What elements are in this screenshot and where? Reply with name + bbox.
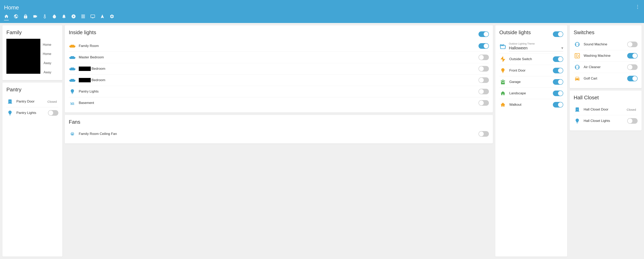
- bedroom2-toggle[interactable]: [478, 77, 489, 83]
- hall-closet-lights-toggle[interactable]: [627, 118, 638, 124]
- settings-nav-icon[interactable]: [110, 14, 114, 19]
- golf-cart-icon: [574, 75, 581, 82]
- sound-machine-toggle[interactable]: [627, 42, 638, 47]
- walkout-name: Walkout: [509, 103, 553, 107]
- family-room-name: Family Room: [79, 44, 478, 48]
- theme-label: Outdoor Lighting Theme: [509, 42, 563, 45]
- golf-cart-toggle[interactable]: [627, 76, 638, 81]
- svg-marker-12: [500, 56, 505, 62]
- basement-toggle[interactable]: [478, 100, 489, 106]
- family-card: Family Home Home Away Away: [2, 26, 62, 80]
- hall-closet-title: Hall Closet: [574, 94, 638, 101]
- theme-icon: [499, 43, 506, 50]
- ceiling-fan-toggle[interactable]: [478, 131, 489, 137]
- hall-closet-door-name: Hall Closet Door: [584, 108, 626, 112]
- outside-switch-toggle[interactable]: [553, 56, 563, 62]
- air-cleaner-icon: [574, 64, 581, 71]
- pantry-lights-inside-row: Pantry Lights: [69, 86, 489, 97]
- bedroom2-label: Bedroom: [92, 78, 105, 82]
- air-cleaner-name: Air Cleaner: [584, 65, 627, 69]
- menu-button[interactable]: ⋮: [635, 4, 640, 10]
- pantry-lights-inside-toggle[interactable]: [478, 89, 489, 94]
- camera-nav-icon[interactable]: [33, 14, 38, 19]
- walkout-icon: [499, 101, 506, 108]
- front-door-icon: [499, 67, 506, 74]
- pantry-lights-inside-name: Pantry Lights: [79, 90, 478, 94]
- master-bedroom-toggle[interactable]: [478, 54, 489, 60]
- globe-nav-icon[interactable]: [14, 14, 18, 19]
- nav-bar: [4, 14, 640, 19]
- master-bedroom-icon: [69, 54, 76, 61]
- basement-icon: [69, 99, 76, 106]
- walkout-toggle[interactable]: [553, 102, 563, 108]
- home-nav-icon[interactable]: [4, 14, 9, 19]
- svg-rect-10: [70, 80, 75, 82]
- theme-select-row[interactable]: Halloween ▾: [509, 46, 563, 51]
- family-mode-3: Away: [43, 61, 51, 65]
- ceiling-fan-name: Family Room Ceiling Fan: [79, 132, 478, 136]
- energy-nav-icon[interactable]: [100, 14, 105, 19]
- inside-lights-header: Inside lights: [69, 30, 489, 39]
- middle-column: Inside lights Family Room Master Bedroom: [65, 26, 493, 256]
- pantry-lights-toggle[interactable]: [48, 110, 58, 116]
- play-nav-icon[interactable]: [71, 14, 76, 19]
- lock-nav-icon[interactable]: [23, 14, 28, 19]
- main-content: Family Home Home Away Away Pantry Pantry…: [0, 23, 644, 259]
- master-bedroom-row: Master Bedroom: [69, 52, 489, 63]
- bedroom2-redact: [79, 78, 91, 82]
- bedroom1-toggle[interactable]: [478, 66, 489, 72]
- sound-machine-icon: [574, 41, 581, 48]
- front-door-row: Front Door: [499, 65, 563, 76]
- bedroom2-row: Bedroom: [69, 74, 489, 86]
- washing-machine-icon: [574, 52, 581, 59]
- air-cleaner-toggle[interactable]: [627, 64, 638, 70]
- right-column: Switches Sound Machine Washing Machine: [570, 26, 642, 256]
- inside-lights-master-toggle[interactable]: [478, 32, 489, 37]
- svg-point-16: [576, 54, 576, 54]
- family-modes: Home Home Away Away: [43, 39, 51, 76]
- outside-switch-icon: [499, 56, 506, 63]
- front-door-name: Front Door: [509, 68, 553, 72]
- tv-nav-icon[interactable]: [90, 14, 95, 19]
- chevron-down-icon: ▾: [561, 46, 563, 50]
- washing-machine-toggle[interactable]: [627, 53, 638, 58]
- family-room-toggle[interactable]: [478, 43, 489, 49]
- svg-rect-7: [70, 69, 75, 70]
- landscape-toggle[interactable]: [553, 90, 563, 96]
- pantry-door-row: Pantry Door Closed: [6, 96, 58, 107]
- page-title: Home: [4, 4, 640, 11]
- hall-closet-card: Hall Closet Hall Closet Door Closed Hall…: [570, 90, 642, 130]
- outside-lights-master-toggle[interactable]: [553, 32, 563, 37]
- thermometer-nav-icon[interactable]: [42, 14, 47, 19]
- bedroom1-row: Bedroom: [69, 63, 489, 74]
- left-column: Family Home Home Away Away Pantry Pantry…: [2, 26, 62, 256]
- landscape-row: Landscape: [499, 88, 563, 99]
- washing-machine-row: Washing Machine: [574, 50, 638, 62]
- droplet-nav-icon[interactable]: [52, 14, 57, 19]
- hall-closet-door-row: Hall Closet Door Closed: [574, 104, 638, 115]
- pantry-lights-name: Pantry Lights: [16, 111, 48, 115]
- ceiling-fan-icon: [69, 130, 76, 138]
- pantry-lights-row: Pantry Lights: [6, 107, 58, 118]
- walkout-row: Walkout: [499, 99, 563, 110]
- outside-lights-title: Outside lights: [499, 30, 531, 36]
- outside-lights-header: Outside lights: [499, 30, 563, 39]
- pantry-card: Pantry Pantry Door Closed Pantry Lights: [2, 82, 62, 256]
- fans-title: Fans: [69, 119, 489, 125]
- alert-nav-icon[interactable]: [62, 14, 66, 19]
- pantry-lights-icon: [6, 109, 14, 116]
- garage-toggle[interactable]: [553, 79, 563, 85]
- outside-column: Outside lights Outdoor Lighting Theme Ha…: [495, 26, 567, 256]
- door-icon: [6, 98, 14, 105]
- hall-closet-lights-name: Hall Closet Lights: [584, 119, 627, 123]
- basement-row: Basement: [69, 97, 489, 108]
- outside-switch-name: Outside Switch: [509, 57, 553, 61]
- family-image: [6, 39, 40, 74]
- ceiling-fan-row: Family Room Ceiling Fan: [69, 128, 489, 140]
- front-door-toggle[interactable]: [553, 68, 563, 73]
- garage-icon: [499, 78, 506, 86]
- garage-row: Garage: [499, 76, 563, 88]
- sound-machine-row: Sound Machine: [574, 39, 638, 50]
- blinds-nav-icon[interactable]: [81, 14, 86, 19]
- hall-closet-lights-icon: [574, 117, 581, 124]
